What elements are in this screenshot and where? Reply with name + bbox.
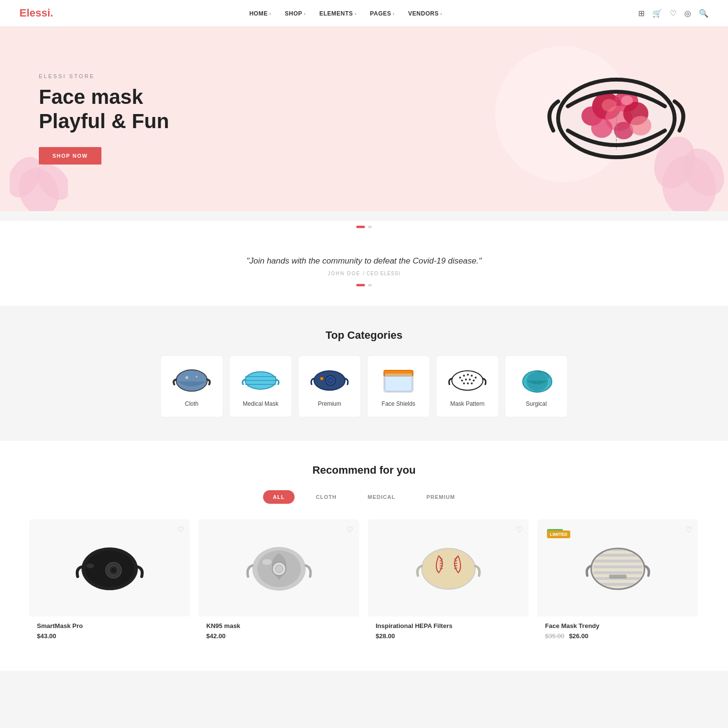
svg-point-18 (176, 370, 207, 391)
svg-point-11 (630, 116, 651, 135)
nav-pages[interactable]: PAGES (370, 10, 395, 17)
nav-links: HOME SHOP ELEMENTS PAGES VENDORS (249, 9, 442, 17)
nav-elements[interactable]: ELEMENTS (319, 10, 356, 17)
svg-point-51 (111, 568, 116, 573)
svg-point-28 (320, 377, 323, 380)
old-price-trendy: $35.00 (545, 632, 564, 640)
category-cloth[interactable]: Cloth (160, 355, 223, 417)
dot-active[interactable] (356, 226, 365, 228)
kn95-illustration (240, 534, 318, 602)
recommend-title: Recommend for you (29, 464, 699, 477)
category-surgical[interactable]: Surgical (505, 355, 568, 417)
hero-section: ELESSI STORE Face mask Playful & Fun SHO… (0, 27, 728, 211)
svg-point-44 (471, 382, 473, 384)
medical-icon (241, 365, 280, 395)
svg-point-20 (196, 376, 198, 378)
tab-cloth[interactable]: CLOTH (306, 490, 347, 504)
product-info-kn95: KN95 mask $42.00 (199, 616, 359, 647)
site-logo[interactable]: Elessi. (19, 7, 53, 19)
svg-point-33 (459, 377, 461, 379)
product-name-smartmask: SmartMask Pro (37, 622, 182, 629)
svg-point-38 (461, 380, 463, 381)
smartmask-illustration (71, 534, 149, 602)
category-premium[interactable]: Premium (298, 355, 361, 417)
quote-text: "Join hands with the community to defeat… (19, 256, 709, 266)
svg-rect-79 (609, 575, 627, 579)
quote-slider-dots (19, 284, 709, 296)
logo-text: Elessi (19, 7, 50, 19)
product-name-trendy: Face Mask Trendy (545, 622, 690, 629)
svg-point-34 (463, 375, 465, 377)
product-name-hepa: Inspirational HEPA Filters (376, 622, 521, 629)
recommend-tabs: ALL CLOTH MEDICAL PREMIUM (29, 490, 699, 504)
medical-label: Medical Mask (236, 400, 285, 407)
svg-point-40 (469, 379, 471, 381)
trendy-illustration (579, 534, 657, 602)
grid-icon[interactable]: ⊞ (638, 9, 645, 18)
dot-inactive[interactable] (368, 226, 372, 228)
svg-point-41 (473, 380, 475, 381)
nav-shop[interactable]: SHOP (285, 10, 306, 17)
product-img-smartmask: ♡ (29, 519, 190, 616)
hero-slider-dots (0, 221, 728, 233)
premium-label: Premium (305, 400, 354, 407)
wishlist-kn95[interactable]: ♡ (347, 525, 353, 534)
shop-now-button[interactable]: SHOP NOW (39, 147, 101, 165)
svg-point-35 (467, 374, 469, 376)
quote-dot-inactive[interactable] (368, 284, 372, 286)
svg-point-32 (452, 371, 483, 390)
categories-grid: Cloth Medical Mask (29, 355, 699, 417)
product-price-smartmask: $43.00 (37, 632, 182, 640)
svg-point-58 (422, 548, 475, 589)
categories-title: Top Categories (29, 329, 699, 342)
tab-medical[interactable]: MEDICAL (358, 490, 405, 504)
wishlist-hepa[interactable]: ♡ (516, 525, 523, 534)
quote-dot-active[interactable] (356, 284, 365, 286)
product-hepa[interactable]: ♡ (368, 519, 529, 647)
categories-section: Top Categories Cloth (0, 306, 728, 441)
hero-content: ELESSI STORE Face mask Playful & Fun SHO… (39, 73, 169, 165)
cloth-icon (172, 365, 211, 395)
category-pattern[interactable]: Mask Pattern (436, 355, 499, 417)
product-smartmask[interactable]: ♡ SmartMask Pro $43.00 (29, 519, 190, 647)
wishlist-trendy[interactable]: ♡ (685, 525, 692, 534)
svg-point-57 (262, 559, 272, 565)
nav-vendors[interactable]: VENDORS (408, 10, 442, 17)
svg-rect-31 (385, 374, 412, 391)
hero-title: Face mask Playful & Fun (39, 85, 169, 134)
wishlist-icon[interactable]: ♡ (670, 9, 677, 18)
support-icon[interactable]: ◎ (684, 9, 691, 18)
product-kn95[interactable]: ♡ KN95 mask $42.00 (199, 519, 359, 647)
tab-premium[interactable]: PREMIUM (417, 490, 465, 504)
pattern-label: Mask Pattern (443, 400, 492, 407)
nav-icon-group: ⊞ 🛒 ♡ ◎ 🔍 (638, 9, 709, 18)
svg-point-56 (275, 565, 283, 573)
wishlist-smartmask[interactable]: ♡ (177, 525, 184, 534)
svg-point-39 (465, 379, 467, 381)
cart-icon[interactable]: 🛒 (652, 9, 662, 18)
face-shields-icon (379, 365, 418, 395)
recommend-section: Recommend for you ALL CLOTH MEDICAL PREM… (0, 441, 728, 671)
product-price-trendy: $35.00 $26.00 (545, 632, 690, 640)
product-img-trendy: -26% LIMITED ♡ (537, 519, 698, 616)
hepa-illustration (410, 534, 487, 602)
tab-all[interactable]: ALL (263, 490, 294, 504)
product-img-hepa: ♡ (368, 519, 529, 616)
svg-point-52 (86, 563, 94, 568)
limited-badge-trendy: LIMITED (547, 530, 570, 538)
hero-store-label: ELESSI STORE (39, 73, 169, 79)
category-medical[interactable]: Medical Mask (229, 355, 292, 417)
nav-home[interactable]: HOME (249, 10, 271, 17)
category-face-shields[interactable]: Face Shields (367, 355, 430, 417)
svg-point-19 (185, 376, 188, 379)
svg-point-27 (328, 378, 333, 383)
product-name-kn95: KN95 mask (206, 622, 351, 629)
product-trendy[interactable]: -26% LIMITED ♡ (537, 519, 698, 647)
navbar: Elessi. HOME SHOP ELEMENTS PAGES VENDORS… (0, 0, 728, 27)
quote-section: "Join hands with the community to defeat… (0, 233, 728, 306)
logo-dot: . (50, 7, 53, 19)
svg-point-42 (463, 382, 465, 384)
search-icon[interactable]: 🔍 (699, 9, 709, 18)
hero-mask-display (544, 63, 689, 176)
hero-mask-svg (544, 63, 689, 174)
